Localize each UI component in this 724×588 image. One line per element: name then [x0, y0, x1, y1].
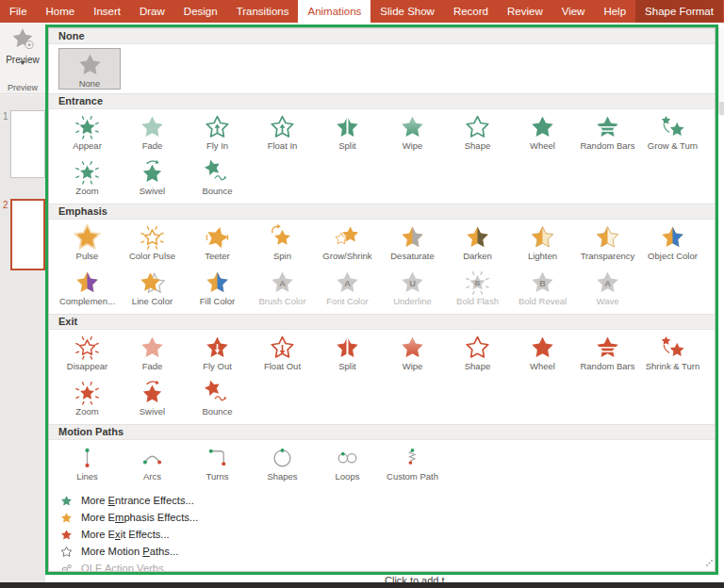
effect-emphasis-darken[interactable]: Darken — [445, 221, 510, 267]
section-items-exit: DisappearFadeFly OutFloat OutSplitWipeSh… — [49, 330, 715, 424]
effect-entrance-bounce[interactable]: Bounce — [185, 156, 250, 202]
effect-label: Lighten — [528, 251, 557, 261]
effect-entrance-float-in[interactable]: Float In — [250, 111, 315, 156]
preview-button[interactable]: Preview — [0, 23, 45, 82]
effect-emphasis-teeter[interactable]: Teeter — [185, 221, 250, 267]
preview-group: Preview Preview — [0, 23, 45, 94]
tab-shape-format[interactable]: Shape Format — [635, 0, 723, 23]
effect-emphasis-complemen[interactable]: Complemen... — [55, 267, 120, 312]
color-pulse-icon — [139, 223, 166, 250]
effect-emphasis-transparency[interactable]: Transparency — [575, 221, 640, 267]
tab-record[interactable]: Record — [444, 0, 498, 23]
menu-more-emphasis-effects[interactable]: More Emphasis Effects... — [60, 509, 715, 526]
effect-motion-paths-arcs[interactable]: Arcs — [120, 442, 185, 487]
effect-emphasis-fill-color[interactable]: Fill Color — [185, 267, 250, 312]
svg-text:A: A — [344, 278, 351, 287]
effect-exit-split[interactable]: Split — [315, 332, 380, 377]
effect-emphasis-lighten[interactable]: Lighten — [510, 221, 575, 267]
effect-emphasis-line-color[interactable]: Line Color — [120, 267, 185, 312]
effect-label: Grow & Turn — [648, 140, 698, 151]
effect-entrance-grow-turn[interactable]: Grow & Turn — [640, 111, 705, 156]
effect-emphasis-color-pulse[interactable]: Color Pulse — [120, 221, 185, 267]
effect-entrance-split[interactable]: Split — [315, 111, 380, 156]
effect-label: Bold Reveal — [518, 296, 567, 306]
effect-entrance-shape[interactable]: Shape — [445, 111, 510, 156]
slide-item-2[interactable]: 2 — [3, 199, 45, 270]
effect-exit-shrink-turn[interactable]: Shrink & Turn — [640, 332, 705, 377]
effect-motion-paths-custom-path[interactable]: Custom Path — [380, 442, 445, 487]
effect-motion-paths-loops[interactable]: Loops — [315, 442, 380, 487]
effect-exit-random-bars[interactable]: Random Bars — [575, 332, 640, 377]
slide-item-1[interactable]: 1 — [3, 110, 45, 178]
effect-label: Underline — [393, 296, 432, 306]
effect-emphasis-bold-reveal[interactable]: BBold Reveal — [510, 267, 575, 312]
effect-entrance-wheel[interactable]: Wheel — [510, 111, 575, 156]
tab-home[interactable]: Home — [37, 0, 85, 23]
tab-file[interactable]: File — [0, 0, 37, 23]
tab-review[interactable]: Review — [498, 0, 552, 23]
tab-slide-show[interactable]: Slide Show — [370, 0, 444, 23]
effect-emphasis-grow-shrink[interactable]: Grow/Shrink — [315, 221, 380, 267]
effect-exit-swivel[interactable]: Swivel — [120, 377, 185, 422]
tab-transitions[interactable]: Transitions — [227, 0, 299, 23]
menu-ole-action-verbs[interactable]: OLE Action Verbs... — [60, 560, 715, 572]
slide-thumbnail[interactable] — [10, 110, 45, 178]
disappear-icon — [74, 334, 101, 360]
effect-emphasis-wave[interactable]: AWave — [575, 267, 640, 312]
effect-label: Shrink & Turn — [646, 361, 700, 371]
effect-emphasis-bold-flash[interactable]: BBold Flash — [445, 267, 510, 312]
effect-entrance-swivel[interactable]: Swivel — [120, 156, 185, 202]
section-header-exit: Exit — [49, 314, 715, 330]
effect-exit-wheel[interactable]: Wheel — [510, 332, 575, 377]
effect-emphasis-font-color[interactable]: AFont Color — [315, 267, 380, 312]
effect-entrance-appear[interactable]: Appear — [55, 111, 120, 156]
tab-help[interactable]: Help — [594, 0, 635, 23]
lines-icon — [74, 444, 101, 470]
gallery-resize-handle[interactable] — [705, 554, 714, 571]
effect-exit-bounce[interactable]: Bounce — [185, 377, 250, 422]
effect-emphasis-underline[interactable]: UUnderline — [380, 267, 445, 312]
effect-emphasis-brush-color[interactable]: ABrush Color — [250, 267, 315, 312]
effect-emphasis-spin[interactable]: Spin — [250, 221, 315, 267]
clipped-panel-fragment — [718, 26, 724, 113]
effect-motion-paths-shapes[interactable]: Shapes — [250, 442, 315, 487]
effect-entrance-zoom[interactable]: Zoom — [55, 156, 120, 202]
tab-draw[interactable]: Draw — [130, 0, 174, 23]
slide-thumbnail[interactable] — [10, 199, 45, 270]
effect-entrance-random-bars[interactable]: Random Bars — [575, 111, 640, 156]
effect-exit-fade[interactable]: Fade — [120, 332, 185, 377]
slide-panel[interactable]: 12 — [0, 95, 45, 582]
effect-entrance-wipe[interactable]: Wipe — [380, 111, 445, 156]
effect-exit-zoom[interactable]: Zoom — [55, 377, 120, 422]
tab-insert[interactable]: Insert — [84, 0, 130, 23]
effect-emphasis-object-color[interactable]: Object Color — [640, 221, 705, 267]
object-color-icon — [659, 223, 686, 250]
menu-more-motion-paths[interactable]: More Motion Paths... — [60, 543, 715, 560]
effect-emphasis-pulse[interactable]: Pulse — [55, 221, 120, 267]
shrink-turn-icon — [659, 334, 686, 360]
effect-exit-wipe[interactable]: Wipe — [380, 332, 445, 377]
bottom-bar — [0, 582, 724, 588]
effect-entrance-fly-in[interactable]: Fly In — [185, 111, 250, 156]
effect-label: Shapes — [267, 471, 297, 482]
effect-entrance-fade[interactable]: Fade — [120, 111, 185, 156]
effect-exit-float-out[interactable]: Float Out — [250, 332, 315, 377]
effect-motion-paths-turns[interactable]: Turns — [185, 442, 250, 487]
line-color-icon — [139, 269, 166, 295]
effect-exit-fly-out[interactable]: Fly Out — [185, 332, 250, 377]
effect-label: Bounce — [202, 406, 232, 416]
effect-label: Arcs — [143, 471, 161, 482]
effect-emphasis-desaturate[interactable]: Desaturate — [380, 221, 445, 267]
effect-motion-paths-lines[interactable]: Lines — [55, 442, 120, 487]
menu-more-entrance-effects[interactable]: More Entrance Effects... — [60, 492, 715, 509]
tab-animations[interactable]: Animations — [298, 0, 370, 23]
menu-more-exit-effects[interactable]: More Exit Effects... — [60, 526, 715, 543]
effect-label: Brush Color — [258, 296, 305, 306]
tab-view[interactable]: View — [552, 0, 595, 23]
fly-in-icon — [204, 113, 231, 139]
effect-exit-shape[interactable]: Shape — [445, 332, 510, 377]
effect-none-none[interactable]: None — [58, 48, 121, 90]
tab-design[interactable]: Design — [174, 0, 227, 23]
effect-exit-disappear[interactable]: Disappear — [55, 332, 120, 377]
effect-label: Color Pulse — [129, 251, 175, 261]
